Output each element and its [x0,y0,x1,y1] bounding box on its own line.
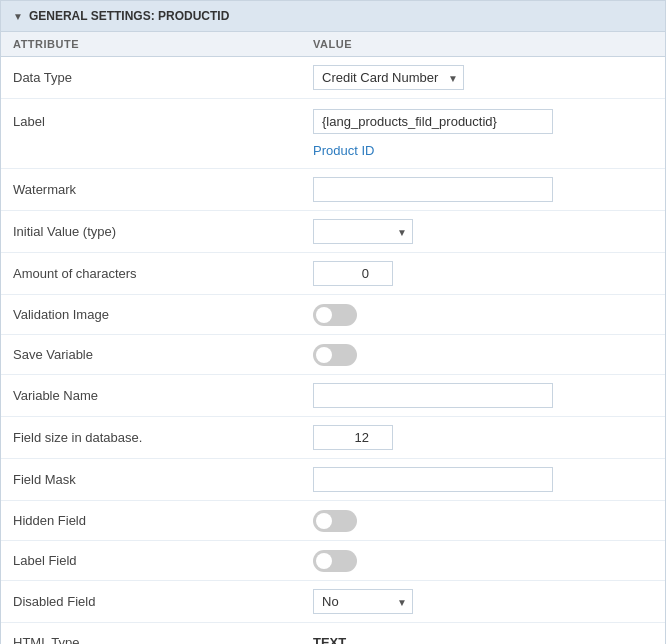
label-data-type: Data Type [13,70,313,85]
label-initial-value: Initial Value (type) [13,224,313,239]
amount-chars-input[interactable] [313,261,393,286]
row-hidden-field: Hidden Field [1,501,665,541]
value-field-size [313,425,653,450]
row-label-link: Product ID [1,139,665,169]
column-headers: ATTRIBUTE VALUE [1,32,665,57]
row-save-variable: Save Variable [1,335,665,375]
row-html-type: HTML Type TEXT [1,623,665,644]
value-label-field [313,550,653,572]
panel-title: GENERAL SETTINGS: PRODUCTID [29,9,229,23]
field-size-input[interactable] [313,425,393,450]
disabled-field-select[interactable]: No Yes [313,589,413,614]
label-html-type: HTML Type [13,635,313,644]
watermark-input[interactable] [313,177,553,202]
validation-image-toggle[interactable] [313,304,357,326]
label-field-toggle[interactable] [313,550,357,572]
validation-image-slider [313,304,357,326]
label-input[interactable] [313,109,553,134]
value-amount-chars [313,261,653,286]
value-col-header: VALUE [313,38,653,50]
product-id-link[interactable]: Product ID [313,143,374,158]
value-watermark [313,177,653,202]
label-label-field: Label Field [13,553,313,568]
html-type-value: TEXT [313,635,346,644]
variable-name-input[interactable] [313,383,553,408]
row-data-type: Data Type Credit Card Number Text Intege… [1,57,665,99]
label-field-size: Field size in database. [13,430,313,445]
panel-header: ▼ GENERAL SETTINGS: PRODUCTID [1,1,665,32]
value-save-variable [313,344,653,366]
row-initial-value: Initial Value (type) Static Dynamic ▼ [1,211,665,253]
initial-value-select[interactable]: Static Dynamic [313,219,413,244]
value-hidden-field [313,510,653,532]
save-variable-toggle[interactable] [313,344,357,366]
row-label: Label [1,99,665,139]
disabled-field-select-wrapper: No Yes ▼ [313,589,413,614]
label-watermark: Watermark [13,182,313,197]
row-validation-image: Validation Image [1,295,665,335]
value-html-type: TEXT [313,635,653,644]
data-type-select-wrapper: Credit Card Number Text Integer Date Ema… [313,65,464,90]
row-variable-name: Variable Name [1,375,665,417]
data-type-select[interactable]: Credit Card Number Text Integer Date Ema… [313,65,464,90]
label-hidden-field: Hidden Field [13,513,313,528]
row-disabled-field: Disabled Field No Yes ▼ [1,581,665,623]
value-label [313,109,653,134]
row-field-size: Field size in database. [1,417,665,459]
row-amount-chars: Amount of characters [1,253,665,295]
value-field-mask [313,467,653,492]
label-disabled-field: Disabled Field [13,594,313,609]
save-variable-slider [313,344,357,366]
label-validation-image: Validation Image [13,307,313,322]
hidden-field-toggle[interactable] [313,510,357,532]
value-initial-value: Static Dynamic ▼ [313,219,653,244]
settings-panel: ▼ GENERAL SETTINGS: PRODUCTID ATTRIBUTE … [0,0,666,644]
hidden-field-slider [313,510,357,532]
label-save-variable: Save Variable [13,347,313,362]
initial-value-select-wrapper: Static Dynamic ▼ [313,219,413,244]
label-amount-chars: Amount of characters [13,266,313,281]
row-watermark: Watermark [1,169,665,211]
label-field-slider [313,550,357,572]
field-mask-input[interactable] [313,467,553,492]
label-field-mask: Field Mask [13,472,313,487]
label-label: Label [13,114,313,129]
attribute-col-header: ATTRIBUTE [13,38,313,50]
row-field-mask: Field Mask [1,459,665,501]
label-link-empty [13,139,313,168]
value-validation-image [313,304,653,326]
row-label-field: Label Field [1,541,665,581]
product-id-link-cell: Product ID [313,139,653,168]
label-variable-name: Variable Name [13,388,313,403]
value-data-type: Credit Card Number Text Integer Date Ema… [313,65,653,90]
value-disabled-field: No Yes ▼ [313,589,653,614]
collapse-arrow-icon[interactable]: ▼ [13,11,23,22]
value-variable-name [313,383,653,408]
